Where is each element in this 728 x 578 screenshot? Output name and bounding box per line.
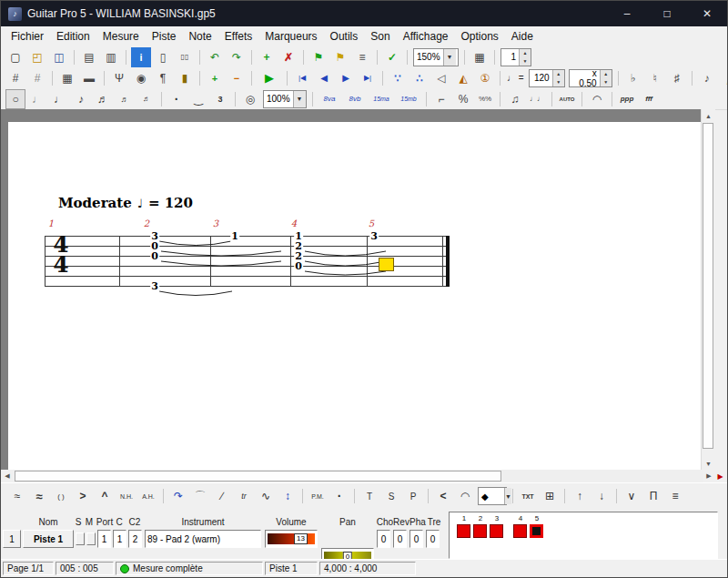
menu-outils[interactable]: Outils: [324, 28, 365, 45]
insert-measure-button[interactable]: +: [257, 47, 277, 67]
spin-down-icon[interactable]: ▼: [601, 78, 612, 86]
channel-field[interactable]: 1: [113, 530, 126, 548]
vibrato-button[interactable]: ≈: [7, 486, 27, 506]
octave-15mb-button[interactable]: 15mb: [396, 89, 421, 109]
slide-button[interactable]: ∕: [212, 486, 232, 506]
artificial-harmonic-button[interactable]: A.H.: [138, 486, 158, 506]
spin-down-icon[interactable]: ▼: [520, 57, 531, 66]
next-measure-button[interactable]: ▶: [336, 68, 356, 88]
wide-vibrato-button[interactable]: ≈: [29, 486, 49, 506]
tab-note-m2-s3[interactable]: 0: [150, 250, 159, 262]
tab-note-m4-s4[interactable]: 0: [294, 260, 303, 272]
menu-fichier[interactable]: Fichier: [5, 28, 50, 45]
note-cursor[interactable]: [379, 258, 394, 271]
spin-down-icon[interactable]: ▼: [553, 78, 564, 86]
scroll-up-icon[interactable]: ▲: [702, 109, 715, 122]
page-mode-button[interactable]: ▯: [153, 47, 173, 67]
menu-options[interactable]: Options: [454, 28, 504, 45]
scroll-corner-icon[interactable]: ▶: [713, 470, 727, 482]
tremolo-bar-button[interactable]: ∿: [256, 486, 276, 506]
reverb-field[interactable]: 0: [393, 530, 407, 548]
sixteenth-note-button[interactable]: ♬: [93, 89, 113, 109]
direction-button[interactable]: ¶: [153, 68, 173, 88]
octave-8vb-button[interactable]: 8vb: [343, 89, 367, 109]
menu-son[interactable]: Son: [364, 28, 396, 45]
score-info-button[interactable]: i: [131, 47, 151, 67]
add-marker-button[interactable]: ⚑: [308, 47, 329, 67]
auto-scroll-button[interactable]: ∵: [388, 68, 408, 88]
save-file-button[interactable]: ◫: [49, 47, 69, 67]
octave-15ma-button[interactable]: 15ma: [369, 89, 394, 109]
tremolo-field[interactable]: 0: [426, 530, 440, 548]
first-measure-button[interactable]: |◀: [292, 68, 312, 88]
play-button[interactable]: ▶: [257, 68, 282, 88]
simile-mark-button[interactable]: %: [453, 89, 473, 109]
horizontal-scrollbar[interactable]: ◀ ▶: [1, 470, 715, 482]
multitrack-mode-button[interactable]: ▯▯: [175, 47, 195, 67]
dynamic-fff-button[interactable]: fff: [639, 89, 659, 109]
undo-button[interactable]: ↶: [205, 47, 225, 67]
solo-toggle[interactable]: [76, 532, 85, 545]
dotted-note-button[interactable]: ·: [167, 89, 187, 109]
chorus-field[interactable]: 0: [377, 530, 390, 548]
hammer-pull-button[interactable]: ⌒: [190, 486, 210, 506]
pickstroke-select[interactable]: ◆▼: [478, 487, 507, 505]
print-preview-button[interactable]: ▥: [101, 47, 121, 67]
brush-button[interactable]: ↕: [278, 486, 298, 506]
scroll-left-icon[interactable]: ◀: [1, 470, 14, 482]
insert-chord-button[interactable]: ⊞: [540, 486, 560, 506]
whole-note-button[interactable]: ○: [5, 89, 25, 109]
lock-button[interactable]: ▮: [175, 68, 195, 88]
menu-marqueurs[interactable]: Marqueurs: [258, 28, 323, 45]
phaser-field[interactable]: 0: [410, 530, 423, 548]
thirtysecond-note-button[interactable]: ♬: [115, 89, 135, 109]
staccato-button[interactable]: ·: [329, 486, 349, 506]
delete-measure-button[interactable]: ✗: [278, 47, 298, 67]
metronome-button[interactable]: ◭: [453, 68, 473, 88]
popping-button[interactable]: P: [403, 486, 423, 506]
let-ring-button[interactable]: ◠: [455, 486, 475, 506]
tempo-spinner[interactable]: 120▲▼: [529, 69, 565, 87]
vertical-scroll-thumb[interactable]: [703, 123, 713, 449]
edit-marker-button[interactable]: ⚑: [330, 47, 350, 67]
triplet-button[interactable]: 3: [210, 89, 230, 109]
add-rest-button[interactable]: +: [205, 68, 225, 88]
quarter-note-button[interactable]: ♩: [49, 89, 69, 109]
keyboard-view-button[interactable]: ▦: [57, 68, 77, 88]
maximize-button[interactable]: □: [647, 1, 687, 26]
measure-indicator-1[interactable]: [457, 524, 470, 538]
dynamic-ppp-button[interactable]: ppp: [617, 89, 637, 109]
tab-note-m5-s1[interactable]: 3: [369, 230, 379, 242]
horizontal-scroll-thumb[interactable]: [15, 471, 501, 482]
upstroke-button[interactable]: ∨: [622, 486, 642, 506]
vertical-scrollbar[interactable]: ▲ ▼: [701, 109, 715, 470]
measure-indicator-5[interactable]: [530, 524, 543, 538]
half-note-button[interactable]: ♩: [27, 89, 47, 109]
measure-indicator-4[interactable]: [513, 524, 527, 538]
dropdown-arrow-icon[interactable]: ▼: [504, 488, 511, 504]
scale-tool-button[interactable]: #: [27, 68, 47, 88]
instrument-field[interactable]: 89 - Pad 2 (warm): [145, 530, 261, 548]
chord-diagram-button[interactable]: #: [5, 68, 25, 88]
mute-toggle[interactable]: [86, 532, 96, 545]
insert-text-button[interactable]: TXT: [518, 486, 538, 506]
spin-up-icon[interactable]: ▲: [601, 70, 612, 78]
note-entry-button[interactable]: ▦: [470, 47, 490, 67]
view-zoom-button[interactable]: ◎: [240, 89, 260, 109]
dropdown-arrow-icon[interactable]: ▼: [443, 49, 456, 66]
grace-note-button[interactable]: ♪: [697, 68, 717, 88]
new-file-button[interactable]: ▢: [5, 47, 25, 67]
loop-playback-button[interactable]: ∴: [410, 68, 430, 88]
fade-in-button[interactable]: <: [433, 486, 453, 506]
measure-indicator-2[interactable]: [473, 524, 487, 538]
ghost-note-button[interactable]: ( ): [51, 486, 71, 506]
octave-8va-button[interactable]: 8va: [318, 89, 341, 109]
sixtyfourth-note-button[interactable]: ♬: [136, 89, 157, 109]
tab-note-m3-s1[interactable]: 1: [230, 230, 239, 242]
speakers-button[interactable]: ◁: [431, 68, 451, 88]
insert-mode-button[interactable]: ◉: [131, 68, 151, 88]
bend-button[interactable]: ↷: [168, 486, 188, 506]
tuning-button[interactable]: Ψ: [109, 68, 129, 88]
stem-up-button[interactable]: ↑: [570, 486, 590, 506]
minimize-button[interactable]: –: [607, 1, 647, 26]
